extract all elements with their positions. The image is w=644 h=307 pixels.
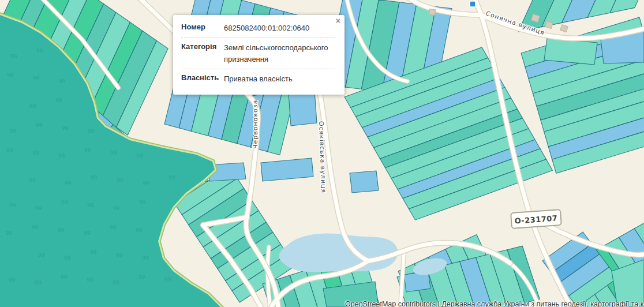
marsh-glyph: 99 bbox=[117, 178, 123, 184]
popup-label: Номер bbox=[181, 23, 224, 34]
road-ref-badge: О-231707 bbox=[511, 209, 561, 229]
popup-row-ownership: Власність Приватна власність bbox=[181, 69, 336, 88]
popup-value: 6825082400:01:002:0640 bbox=[224, 23, 336, 34]
marsh-glyph: 99 bbox=[6, 147, 13, 153]
marsh-glyph: 99 bbox=[110, 224, 117, 230]
marsh-glyph: 99 bbox=[36, 48, 43, 54]
marsh-glyph: 99 bbox=[136, 227, 143, 233]
marsh-glyph: 99 bbox=[169, 175, 175, 181]
marsh-glyph: 99 bbox=[29, 178, 36, 184]
marsh-glyph: 99 bbox=[62, 125, 69, 131]
marsh-glyph: 99 bbox=[91, 175, 98, 181]
marsh-glyph: 99 bbox=[110, 150, 117, 156]
junction-marker[interactable] bbox=[470, 1, 475, 7]
marsh-glyph: 99 bbox=[136, 153, 143, 159]
popup-label: Категорія bbox=[181, 42, 224, 65]
marsh-glyph: 99 bbox=[58, 227, 65, 233]
cadastral-map-app: { "popup": { "close_label": "×", "rows":… bbox=[0, 0, 644, 307]
parcel-polygon[interactable] bbox=[289, 91, 317, 126]
marsh-glyph: 99 bbox=[38, 252, 45, 258]
marsh-glyph: 99 bbox=[61, 274, 68, 280]
marsh-glyph: 99 bbox=[88, 128, 95, 134]
marsh-glyph: 99 bbox=[32, 224, 39, 230]
marsh-glyph: 99 bbox=[59, 78, 66, 84]
marsh-glyph: 99 bbox=[61, 200, 68, 205]
pond bbox=[279, 234, 398, 272]
marsh-glyph: 99 bbox=[65, 181, 72, 186]
parcel-info-popup: × Номер 6825082400:01:002:0640 Категорія… bbox=[173, 15, 345, 95]
marsh-glyph: 99 bbox=[64, 255, 71, 261]
marsh-glyph: 99 bbox=[10, 128, 17, 134]
marsh-glyph: 99 bbox=[6, 230, 13, 236]
marsh-glyph: 99 bbox=[138, 274, 145, 280]
marsh-glyph: 99 bbox=[35, 205, 42, 211]
popup-label: Власність bbox=[181, 73, 224, 85]
popup-value: Землі сільськогосподарського призначення bbox=[224, 42, 336, 65]
marsh-glyph: 99 bbox=[84, 147, 91, 153]
marsh-glyph: 99 bbox=[84, 230, 91, 236]
street-label-chervonokozatska: Червонокоза bbox=[252, 100, 259, 149]
marsh-glyph: 99 bbox=[90, 249, 97, 255]
marsh-glyph: 99 bbox=[113, 205, 120, 211]
marsh-glyph: 99 bbox=[142, 255, 149, 261]
popup-value: Приватна власність bbox=[224, 73, 336, 85]
parcel-polygon[interactable] bbox=[544, 38, 597, 65]
marsh-glyph: 99 bbox=[36, 122, 43, 128]
marsh-glyph: 99 bbox=[32, 150, 39, 156]
marsh-glyph: 99 bbox=[55, 98, 62, 103]
marsh-glyph: 99 bbox=[164, 277, 171, 283]
marsh-glyph: 99 bbox=[143, 181, 149, 186]
marsh-glyph: 99 bbox=[87, 277, 93, 283]
marsh-glyph: 99 bbox=[116, 252, 123, 258]
popup-row-number: Номер 6825082400:01:002:0640 bbox=[181, 18, 336, 38]
marsh-glyph: 99 bbox=[9, 203, 16, 208]
popup-close-button[interactable]: × bbox=[336, 17, 340, 25]
marsh-glyph: 99 bbox=[139, 200, 146, 205]
marsh-glyph: 99 bbox=[9, 277, 16, 283]
marsh-glyph: 99 bbox=[87, 203, 94, 208]
marsh-glyph: 99 bbox=[35, 280, 42, 286]
marsh-glyph: 99 bbox=[58, 153, 65, 159]
popup-row-category: Категорія Землі сільськогосподарського п… bbox=[181, 38, 336, 69]
marsh-glyph: 99 bbox=[33, 76, 40, 81]
marsh-glyph: 99 bbox=[7, 73, 14, 78]
marsh-glyph: 99 bbox=[10, 54, 17, 59]
marsh-glyph: 99 bbox=[29, 103, 36, 109]
parcel-polygon[interactable] bbox=[350, 171, 379, 193]
map-attribution: OpenStreetMap contributors | Державна сл… bbox=[345, 300, 644, 307]
marsh-glyph: 99 bbox=[113, 280, 119, 286]
